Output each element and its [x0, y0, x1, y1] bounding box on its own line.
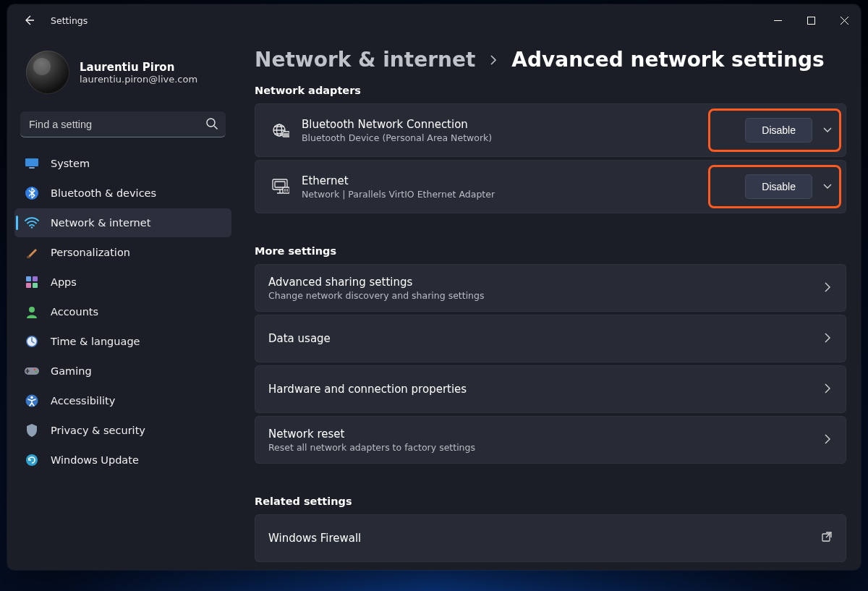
update-icon	[25, 453, 39, 467]
avatar	[26, 51, 69, 94]
disable-button[interactable]: Disable	[745, 174, 812, 199]
adapter-sub: Bluetooth Device (Personal Area Network)	[302, 132, 745, 143]
nav: System Bluetooth & devices Network & int…	[14, 149, 231, 475]
nav-accessibility[interactable]: Accessibility	[14, 386, 231, 415]
titlebar: Settings	[7, 4, 861, 36]
nav-label: Gaming	[51, 365, 92, 377]
adapter-title: Bluetooth Network Connection	[302, 118, 745, 131]
search-icon	[205, 117, 218, 133]
svg-point-18	[30, 396, 33, 399]
maximize-icon	[807, 17, 815, 25]
person-icon	[25, 305, 39, 319]
svg-point-16	[35, 371, 38, 373]
profile-email: laurentiu.piron@live.com	[80, 74, 197, 85]
disable-button[interactable]: Disable	[745, 118, 812, 143]
adapter-row-bluetooth[interactable]: Bluetooth Network Connection Bluetooth D…	[255, 103, 846, 157]
arrow-left-icon	[23, 14, 35, 26]
section-adapters-label: Network adapters	[255, 85, 846, 96]
svg-rect-8	[33, 276, 38, 281]
nav-network[interactable]: Network & internet	[14, 208, 231, 237]
display-icon	[25, 156, 39, 171]
maximize-button[interactable]	[794, 9, 827, 32]
titlebar-left: Settings	[10, 6, 88, 35]
row-windows-firewall[interactable]: Windows Firewall	[255, 514, 846, 562]
apps-icon	[25, 275, 39, 289]
profile-block[interactable]: Laurentiu Piron laurentiu.piron@live.com	[13, 41, 233, 106]
chevron-right-icon	[822, 281, 833, 295]
nav-privacy[interactable]: Privacy & security	[14, 416, 231, 445]
accessibility-icon	[25, 394, 39, 408]
svg-point-5	[31, 226, 33, 229]
chevron-down-icon[interactable]	[822, 180, 833, 194]
nav-system[interactable]: System	[14, 149, 231, 178]
chevron-down-icon[interactable]	[822, 124, 833, 137]
clock-icon	[25, 334, 39, 349]
nav-update[interactable]: Windows Update	[14, 446, 231, 475]
svg-rect-7	[26, 276, 31, 281]
app-title: Settings	[51, 15, 88, 26]
gaming-icon	[25, 364, 39, 378]
svg-point-11	[29, 307, 35, 312]
nav-accounts[interactable]: Accounts	[14, 297, 231, 326]
svg-rect-25	[283, 187, 289, 193]
adapter-row-ethernet[interactable]: Ethernet Network | Parallels VirtIO Ethe…	[255, 160, 846, 213]
breadcrumb: Network & internet Advanced network sett…	[255, 48, 846, 72]
svg-rect-24	[275, 182, 285, 187]
row-title: Data usage	[268, 332, 822, 345]
nav-label: System	[51, 158, 90, 169]
row-advanced-sharing[interactable]: Advanced sharing settings Change network…	[255, 264, 846, 312]
nav-label: Windows Update	[51, 454, 139, 466]
svg-rect-0	[807, 17, 814, 24]
row-sub: Change network discovery and sharing set…	[268, 290, 822, 301]
adapter-sub: Network | Parallels VirtIO Ethernet Adap…	[302, 189, 745, 200]
breadcrumb-current: Advanced network settings	[511, 48, 824, 72]
brush-icon	[25, 245, 39, 260]
row-network-reset[interactable]: Network reset Reset all network adapters…	[255, 416, 846, 464]
svg-rect-9	[26, 283, 31, 288]
nav-personalization[interactable]: Personalization	[14, 238, 231, 267]
settings-window: Settings Laurentiu Piron laurentiu.piron…	[7, 4, 861, 570]
chevron-right-icon	[822, 433, 833, 447]
nav-time[interactable]: Time & language	[14, 327, 231, 356]
section-more-label: More settings	[255, 245, 846, 257]
close-button[interactable]	[827, 9, 861, 32]
nav-label: Bluetooth & devices	[51, 187, 156, 199]
ethernet-icon	[268, 179, 293, 195]
profile-name: Laurentiu Piron	[80, 61, 197, 74]
bluetooth-icon	[25, 186, 39, 200]
nav-apps[interactable]: Apps	[14, 268, 231, 297]
svg-point-19	[26, 454, 38, 466]
nav-label: Accessibility	[51, 395, 115, 407]
back-button[interactable]	[14, 6, 43, 35]
row-data-usage[interactable]: Data usage	[255, 315, 846, 362]
breadcrumb-parent[interactable]: Network & internet	[255, 48, 475, 72]
nav-label: Accounts	[51, 306, 98, 318]
svg-rect-10	[33, 283, 38, 288]
row-hardware-properties[interactable]: Hardware and connection properties	[255, 365, 846, 413]
content[interactable]: Network & internet Advanced network sett…	[239, 36, 861, 570]
svg-rect-3	[29, 167, 35, 169]
nav-label: Network & internet	[51, 217, 150, 229]
svg-rect-6	[27, 256, 30, 258]
svg-point-1	[207, 119, 215, 127]
chevron-right-icon	[822, 332, 833, 346]
row-title: Hardware and connection properties	[268, 383, 822, 396]
wifi-icon	[25, 216, 39, 230]
open-external-icon	[821, 531, 833, 545]
svg-rect-2	[25, 158, 38, 166]
globe-icon	[268, 122, 293, 138]
search-wrap	[20, 111, 226, 137]
section-related-label: Related settings	[255, 496, 846, 507]
adapter-title: Ethernet	[302, 174, 745, 187]
minimize-button[interactable]	[761, 9, 794, 32]
sidebar: Laurentiu Piron laurentiu.piron@live.com…	[7, 36, 239, 570]
shield-icon	[25, 423, 39, 438]
row-title: Windows Firewall	[268, 532, 821, 545]
nav-label: Privacy & security	[51, 425, 145, 436]
nav-bluetooth[interactable]: Bluetooth & devices	[14, 179, 231, 208]
nav-label: Time & language	[51, 336, 140, 347]
search-input[interactable]	[20, 111, 226, 137]
nav-label: Apps	[51, 276, 77, 288]
nav-gaming[interactable]: Gaming	[14, 357, 231, 386]
close-icon	[841, 17, 848, 25]
